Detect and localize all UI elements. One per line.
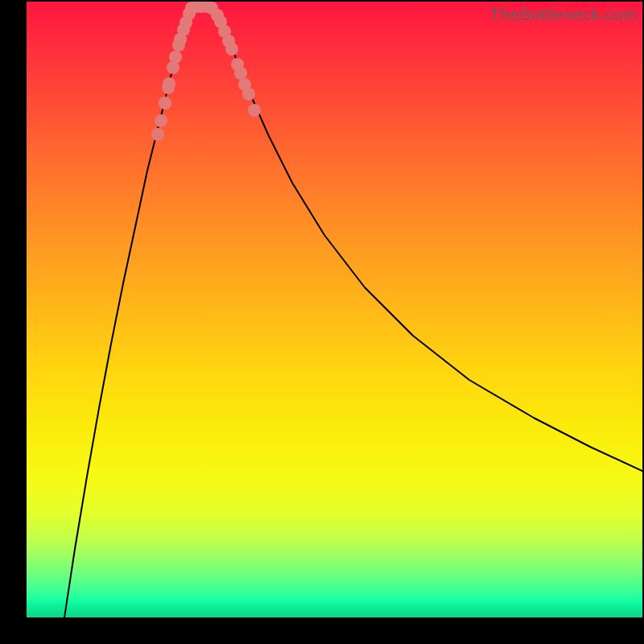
data-markers <box>151 2 261 141</box>
svg-point-25 <box>242 88 255 101</box>
chart-frame: TheBottleneck.com <box>0 0 644 644</box>
svg-point-6 <box>169 51 182 64</box>
left-curve <box>64 5 213 617</box>
svg-point-1 <box>155 114 167 127</box>
svg-point-4 <box>163 77 175 90</box>
right-curve <box>213 6 642 471</box>
svg-point-26 <box>248 104 261 117</box>
svg-point-23 <box>234 67 247 80</box>
svg-point-0 <box>151 128 164 141</box>
svg-point-21 <box>225 43 238 56</box>
svg-point-2 <box>159 97 171 109</box>
plot-area: TheBottleneck.com <box>27 2 642 617</box>
chart-svg <box>27 2 642 617</box>
